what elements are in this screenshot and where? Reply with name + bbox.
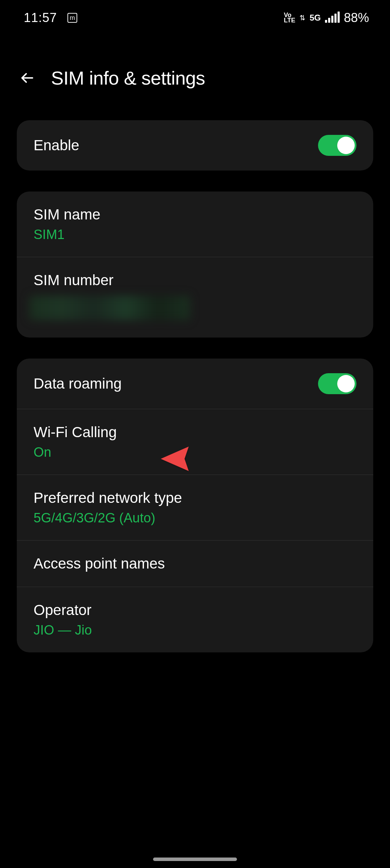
apn-row[interactable]: Access point names [17,540,373,587]
home-indicator[interactable] [153,858,237,861]
enable-row[interactable]: Enable [17,120,373,171]
app-indicator-icon: m [67,13,77,23]
enable-card: Enable [17,120,373,171]
preferred-network-value: 5G/4G/3G/2G (Auto) [34,511,182,526]
operator-label: Operator [34,602,92,619]
battery-percentage: 88% [344,10,369,25]
status-bar: 11:57 m Vo LTE ⇅ 5G 88% [0,0,390,32]
wifi-calling-value: On [34,445,117,460]
wifi-calling-row[interactable]: Wi-Fi Calling On [17,409,373,475]
network-settings-card: Data roaming Wi-Fi Calling On Preferred … [17,359,373,652]
toggle-knob [337,375,355,392]
sim-name-label: SIM name [34,206,100,223]
status-bar-left: 11:57 m [24,10,77,25]
enable-label: Enable [34,137,79,154]
volte-icon: Vo LTE [284,13,295,23]
page-header: SIM info & settings [0,32,390,110]
preferred-network-label: Preferred network type [34,490,182,506]
signal-strength-icon [325,13,340,23]
toggle-knob [337,137,355,154]
back-arrow-icon [19,69,36,87]
wifi-calling-label: Wi-Fi Calling [34,424,117,441]
sim-number-label: SIM number [34,272,190,289]
back-button[interactable] [17,68,37,88]
network-type-label: 5G [310,13,321,23]
data-roaming-toggle[interactable] [318,373,356,394]
sim-number-row[interactable]: SIM number [17,257,373,338]
preferred-network-row[interactable]: Preferred network type 5G/4G/3G/2G (Auto… [17,475,373,540]
operator-row[interactable]: Operator JIO — Jio [17,587,373,652]
sim-info-card: SIM name SIM1 SIM number [17,191,373,338]
apn-label: Access point names [34,555,165,572]
network-updown-icon: ⇅ [299,14,305,22]
data-roaming-row[interactable]: Data roaming [17,359,373,409]
operator-value: JIO — Jio [34,623,92,638]
enable-toggle[interactable] [318,135,356,156]
status-bar-right: Vo LTE ⇅ 5G 88% [284,10,369,25]
sim-name-value: SIM1 [34,227,100,242]
page-title: SIM info & settings [51,67,205,89]
status-time: 11:57 [24,10,57,25]
data-roaming-label: Data roaming [34,375,122,392]
sim-number-value-redacted [29,296,190,320]
sim-name-row[interactable]: SIM name SIM1 [17,191,373,257]
settings-content: Enable SIM name SIM1 SIM number Data roa [0,110,390,684]
